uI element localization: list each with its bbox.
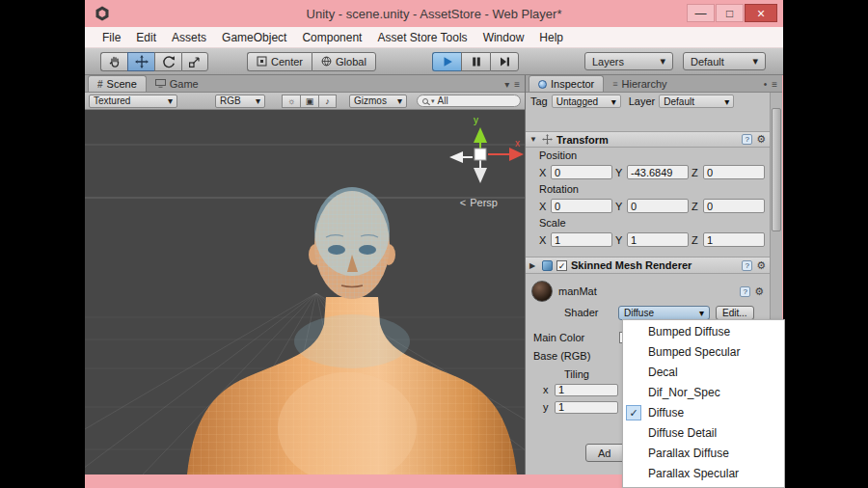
play-button[interactable] bbox=[432, 52, 461, 71]
scene-view-toolbar: Textured ▾ RGB ▾ ☼ ▣ ♪ Gizmos ▾ bbox=[85, 93, 525, 110]
tab-game[interactable]: Game bbox=[147, 75, 207, 92]
titlebar[interactable]: Unity - scene.unity - AssetStore - Web P… bbox=[85, 0, 783, 27]
tag-label: Tag bbox=[530, 95, 548, 107]
scene-search-input[interactable]: ▾ All bbox=[417, 95, 521, 107]
shader-label: Shader bbox=[564, 307, 612, 318]
position-x-field[interactable] bbox=[551, 165, 612, 179]
search-filter-arrow-icon: ▾ bbox=[431, 97, 435, 105]
menu-item-edit[interactable]: Edit bbox=[128, 27, 164, 47]
menu-item-help[interactable]: Help bbox=[531, 27, 571, 47]
globe-icon bbox=[321, 56, 332, 67]
panel-menu-icon[interactable]: ≡ bbox=[514, 79, 520, 90]
help-icon[interactable]: ? bbox=[742, 134, 752, 145]
help-icon[interactable]: ? bbox=[740, 286, 750, 297]
tiling-x-field[interactable] bbox=[555, 384, 618, 396]
render-mode-dropdown[interactable]: Textured ▾ bbox=[89, 95, 177, 108]
audio-toggle[interactable]: ♪ bbox=[318, 95, 337, 108]
shader-menu-item[interactable]: Dif_Nor_Spec bbox=[623, 383, 784, 403]
step-button[interactable] bbox=[490, 52, 519, 71]
shader-menu-item[interactable]: Diffuse Detail bbox=[623, 423, 784, 444]
help-icon[interactable]: ? bbox=[742, 260, 752, 271]
shader-dropdown[interactable]: Diffuse ▾ bbox=[618, 306, 710, 320]
axis-label: Z bbox=[692, 167, 700, 178]
transform-header[interactable]: ▼ Transform ? ⚙ bbox=[526, 131, 770, 148]
layer-dropdown[interactable]: Default ▾ bbox=[659, 95, 734, 108]
tag-dropdown[interactable]: Untagged ▾ bbox=[552, 95, 621, 108]
persp-label[interactable]: < Persp bbox=[460, 197, 498, 208]
rotation-z-field[interactable] bbox=[703, 199, 765, 213]
tab-scene[interactable]: # Scene bbox=[88, 75, 147, 92]
panel-menu-icon[interactable]: ≡ bbox=[772, 79, 777, 90]
channels-dropdown[interactable]: RGB ▾ bbox=[215, 95, 265, 108]
menu-item-asset-store-tools[interactable]: Asset Store Tools bbox=[369, 27, 475, 47]
axis-label: Z bbox=[692, 201, 700, 212]
scale-tool-button[interactable] bbox=[181, 52, 208, 71]
shader-menu-item[interactable]: Decal bbox=[623, 363, 784, 383]
gear-icon[interactable]: ⚙ bbox=[756, 259, 766, 272]
screen: Unity - scene.unity - AssetStore - Web P… bbox=[0, 0, 868, 488]
gear-icon[interactable]: ⚙ bbox=[754, 285, 764, 298]
skinned-mesh-renderer-icon bbox=[542, 260, 553, 271]
close-button[interactable]: × bbox=[745, 4, 777, 22]
center-icon bbox=[257, 56, 267, 67]
material-preview[interactable] bbox=[531, 281, 553, 302]
move-tool-button[interactable] bbox=[127, 52, 154, 71]
maximize-button[interactable]: □ bbox=[716, 4, 744, 22]
scale-x-field[interactable] bbox=[551, 232, 612, 247]
shader-menu-item[interactable]: Bumped Diffuse bbox=[623, 322, 784, 342]
menu-item-assets[interactable]: Assets bbox=[164, 27, 214, 47]
menu-item-component[interactable]: Component bbox=[294, 27, 369, 47]
shader-menu-item[interactable]: Parallax Diffuse bbox=[623, 444, 784, 464]
scene-viewport[interactable]: y x < Persp bbox=[85, 110, 525, 474]
menu-item-file[interactable]: File bbox=[95, 27, 128, 47]
minimize-button[interactable]: — bbox=[687, 4, 715, 22]
tab-hierarchy-label: Hierarchy bbox=[622, 78, 667, 90]
tiling-label: Tiling bbox=[564, 368, 589, 380]
shader-edit-button[interactable]: Edit... bbox=[716, 306, 754, 320]
chevron-down-icon[interactable]: ▾ bbox=[504, 79, 509, 90]
component-enabled-checkbox[interactable]: ✓ bbox=[556, 260, 567, 271]
pivot-center-button[interactable]: Center bbox=[247, 52, 312, 71]
rotate-tool-button[interactable] bbox=[154, 52, 181, 71]
rotation-y-field[interactable] bbox=[627, 199, 689, 213]
position-y-field[interactable] bbox=[627, 165, 689, 179]
base-rgb-label: Base (RGB) bbox=[533, 350, 590, 362]
tiling-y-field[interactable] bbox=[555, 401, 618, 414]
rotate-icon bbox=[162, 55, 176, 68]
pause-button[interactable] bbox=[461, 52, 490, 71]
position-z-field[interactable] bbox=[703, 165, 765, 179]
rotation-x-field[interactable] bbox=[551, 199, 612, 213]
move-icon bbox=[135, 55, 149, 68]
gizmos-dropdown[interactable]: Gizmos ▾ bbox=[349, 95, 407, 108]
space-global-button[interactable]: Global bbox=[312, 52, 376, 71]
tab-scene-label: Scene bbox=[107, 78, 137, 90]
scale-y-field[interactable] bbox=[627, 232, 689, 247]
lighting-toggle[interactable]: ☼ bbox=[282, 95, 300, 108]
chevron-down-icon: ▾ bbox=[752, 55, 758, 68]
effects-toggle[interactable]: ▣ bbox=[300, 95, 318, 108]
hand-tool-button[interactable] bbox=[100, 52, 127, 71]
hierarchy-icon: ≡ bbox=[612, 79, 617, 89]
shader-menu-item[interactable]: Bumped Specular bbox=[623, 342, 784, 363]
shader-menu-item[interactable]: Parallax Specular bbox=[623, 464, 784, 484]
axis-label: Y bbox=[615, 201, 624, 212]
move-gizmo: y x bbox=[449, 115, 524, 183]
tab-inspector[interactable]: Inspector bbox=[529, 75, 604, 92]
lock-icon[interactable]: • bbox=[764, 79, 768, 90]
menu-item-gameobject[interactable]: GameObject bbox=[214, 27, 294, 47]
chevron-expanded-icon[interactable]: ▼ bbox=[529, 135, 538, 144]
monitor-icon bbox=[155, 79, 166, 88]
gear-icon[interactable]: ⚙ bbox=[756, 133, 766, 146]
persp-arrow-icon: < bbox=[460, 197, 466, 208]
layout-dropdown[interactable]: Default ▾ bbox=[683, 52, 766, 70]
layers-dropdown[interactable]: Layers ▾ bbox=[584, 52, 673, 70]
pause-icon bbox=[471, 56, 482, 68]
menu-item-window[interactable]: Window bbox=[475, 27, 532, 47]
scrollbar-thumb[interactable] bbox=[772, 108, 781, 231]
scale-z-field[interactable] bbox=[703, 232, 765, 247]
channels-label: RGB bbox=[220, 95, 241, 106]
skinned-mesh-renderer-header[interactable]: ▶ ✓ Skinned Mesh Renderer ? ⚙ bbox=[526, 257, 770, 274]
tab-hierarchy[interactable]: ≡ Hierarchy bbox=[604, 75, 675, 92]
shader-menu-item-selected[interactable]: ✓ Diffuse bbox=[623, 403, 784, 423]
chevron-collapsed-icon[interactable]: ▶ bbox=[529, 261, 538, 270]
